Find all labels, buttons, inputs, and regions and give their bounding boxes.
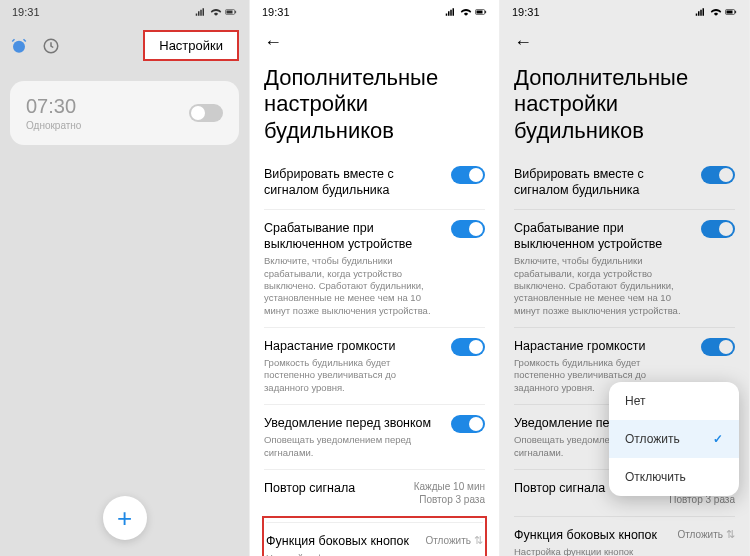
offdevice-toggle[interactable] bbox=[451, 220, 485, 238]
setting-title: Нарастание громкости bbox=[514, 338, 691, 354]
status-time: 19:31 bbox=[12, 6, 40, 18]
status-icons bbox=[695, 7, 737, 17]
alarm-repeat: Однократно bbox=[26, 120, 81, 131]
fadein-toggle[interactable] bbox=[451, 338, 485, 356]
alarm-tab-icon[interactable] bbox=[10, 37, 28, 55]
notify-toggle[interactable] bbox=[451, 415, 485, 433]
screen-alarm-list: 19:31 Настройки 07:30 Однократно + bbox=[0, 0, 250, 556]
setting-title: Нарастание громкости bbox=[264, 338, 441, 354]
setting-value: Отложить⇅ bbox=[425, 533, 483, 547]
setting-fadein[interactable]: Нарастание громкости Громкость будильник… bbox=[264, 327, 485, 404]
setting-desc: Включите, чтобы будильники срабатывали, … bbox=[264, 255, 441, 317]
sidebutton-popup: Нет Отложить✓ Отключить bbox=[609, 382, 739, 496]
highlight-sidebuttons: Функция боковых кнопок Настройка функции… bbox=[262, 516, 487, 556]
setting-desc: Оповещать уведомлением перед сигналами. bbox=[264, 434, 441, 459]
svg-rect-9 bbox=[727, 11, 733, 14]
setting-title: Повтор сигнала bbox=[264, 480, 404, 496]
clock-tab-icon[interactable] bbox=[42, 37, 60, 55]
vibrate-toggle[interactable] bbox=[451, 166, 485, 184]
settings-tab-highlighted[interactable]: Настройки bbox=[143, 30, 239, 61]
alarm-time: 07:30 bbox=[26, 95, 81, 118]
setting-desc: Настройка функции кнопок Питание и Громк… bbox=[266, 552, 415, 556]
setting-value: Отложить⇅ bbox=[677, 527, 735, 541]
setting-title: Вибрировать вместе с сигналом будильника bbox=[264, 166, 441, 199]
setting-offdevice[interactable]: Срабатывание при выключенном устройстве … bbox=[514, 209, 735, 327]
screen-settings-popup: 19:31 ← Дополнительные настройки будильн… bbox=[500, 0, 750, 556]
tab-row: Настройки bbox=[0, 24, 249, 67]
setting-title: Функция боковых кнопок bbox=[514, 527, 667, 543]
svg-rect-1 bbox=[227, 11, 233, 14]
svg-point-3 bbox=[13, 40, 25, 52]
svg-rect-6 bbox=[477, 11, 483, 14]
updown-icon: ⇅ bbox=[726, 528, 735, 540]
vibrate-toggle[interactable] bbox=[701, 166, 735, 184]
setting-title: Срабатывание при выключенном устройстве bbox=[514, 220, 691, 253]
setting-value: Каждые 10 мин Повтор 3 раза bbox=[414, 480, 485, 506]
setting-title: Срабатывание при выключенном устройстве bbox=[264, 220, 441, 253]
svg-rect-10 bbox=[735, 11, 736, 13]
back-button[interactable]: ← bbox=[500, 24, 749, 61]
page-title: Дополнительные настройки будильников bbox=[500, 61, 749, 156]
status-icons bbox=[445, 7, 487, 17]
setting-vibrate[interactable]: Вибрировать вместе с сигналом будильника bbox=[514, 156, 735, 209]
status-bar: 19:31 bbox=[0, 0, 249, 24]
status-bar: 19:31 bbox=[250, 0, 499, 24]
add-alarm-button[interactable]: + bbox=[103, 496, 147, 540]
setting-desc: Настройка функции кнопок Питание и Громк… bbox=[514, 546, 667, 556]
check-icon: ✓ bbox=[713, 432, 723, 446]
page-title: Дополнительные настройки будильников bbox=[250, 61, 499, 156]
svg-rect-2 bbox=[235, 11, 236, 13]
svg-rect-7 bbox=[485, 11, 486, 13]
settings-list: Вибрировать вместе с сигналом будильника… bbox=[500, 156, 749, 556]
alarm-toggle[interactable] bbox=[189, 104, 223, 122]
setting-repeat[interactable]: Повтор сигнала Каждые 10 мин Повтор 3 ра… bbox=[264, 469, 485, 516]
back-button[interactable]: ← bbox=[250, 24, 499, 61]
popup-option-dismiss[interactable]: Отключить bbox=[609, 458, 739, 496]
alarm-info: 07:30 Однократно bbox=[26, 95, 81, 131]
status-time: 19:31 bbox=[512, 6, 540, 18]
settings-list: Вибрировать вместе с сигналом будильника… bbox=[250, 156, 499, 556]
setting-title: Функция боковых кнопок bbox=[266, 533, 415, 549]
status-bar: 19:31 bbox=[500, 0, 749, 24]
setting-offdevice[interactable]: Срабатывание при выключенном устройстве … bbox=[264, 209, 485, 327]
setting-title: Вибрировать вместе с сигналом будильника bbox=[514, 166, 691, 199]
setting-sidebuttons[interactable]: Функция боковых кнопок Настройка функции… bbox=[514, 516, 735, 556]
alarm-card[interactable]: 07:30 Однократно bbox=[10, 81, 239, 145]
popup-option-none[interactable]: Нет bbox=[609, 382, 739, 420]
setting-desc: Включите, чтобы будильники срабатывали, … bbox=[514, 255, 691, 317]
status-icons bbox=[195, 7, 237, 17]
setting-notify[interactable]: Уведомление перед звонком Оповещать увед… bbox=[264, 404, 485, 469]
setting-title: Уведомление перед звонком bbox=[264, 415, 441, 431]
popup-option-snooze[interactable]: Отложить✓ bbox=[609, 420, 739, 458]
screen-settings: 19:31 ← Дополнительные настройки будильн… bbox=[250, 0, 500, 556]
setting-sidebuttons[interactable]: Функция боковых кнопок Настройка функции… bbox=[266, 522, 483, 556]
status-time: 19:31 bbox=[262, 6, 290, 18]
offdevice-toggle[interactable] bbox=[701, 220, 735, 238]
setting-vibrate[interactable]: Вибрировать вместе с сигналом будильника bbox=[264, 156, 485, 209]
setting-desc: Громкость будильника будет постепенно ув… bbox=[264, 357, 441, 394]
updown-icon: ⇅ bbox=[474, 534, 483, 546]
fadein-toggle[interactable] bbox=[701, 338, 735, 356]
